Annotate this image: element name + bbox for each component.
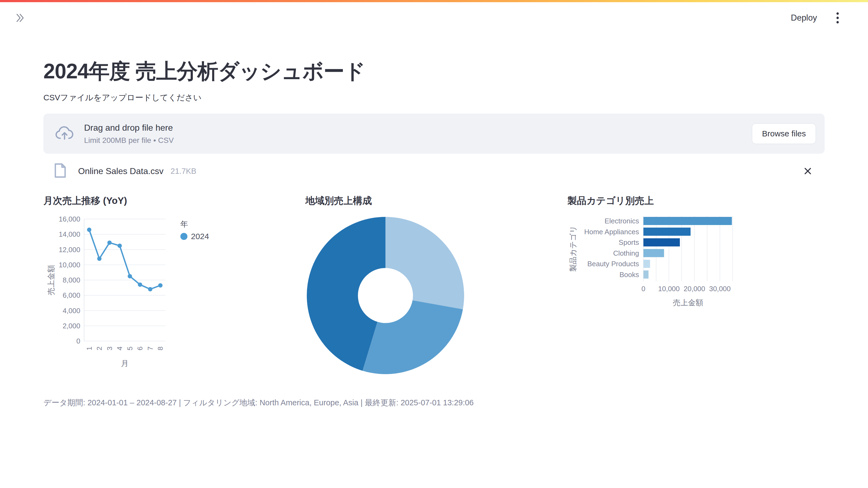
- line-chart-title: 月次売上推移 (YoY): [43, 194, 292, 207]
- x-axis-title: 売上金額: [673, 298, 703, 307]
- uploaded-file-size: 21.7KB: [170, 167, 196, 176]
- y-tick-label: 16,000: [59, 215, 80, 223]
- category-label: Sports: [619, 238, 639, 247]
- file-document-icon: [54, 163, 66, 179]
- legend-title: 年: [180, 220, 188, 228]
- close-icon: [803, 166, 812, 176]
- category-label: Clothing: [613, 249, 639, 257]
- double-chevron-right-icon: [14, 12, 26, 25]
- x-tick-label: 5: [126, 347, 134, 350]
- donut-chart-title: 地域別売上構成: [305, 194, 554, 207]
- x-tick-label: 1: [85, 347, 93, 350]
- bar-chart-title: 製品カテゴリ別売上: [567, 194, 816, 207]
- y-tick-label: 0: [76, 337, 80, 345]
- category-label: Books: [620, 270, 639, 279]
- y-axis-title: 製品カテゴリ: [569, 226, 577, 272]
- bar[interactable]: [643, 238, 680, 247]
- page-title: 2024年度 売上分析ダッシュボード: [43, 58, 825, 84]
- donut-slice[interactable]: [385, 217, 464, 310]
- dropzone-limit-label: Limit 200MB per file • CSV: [84, 136, 752, 145]
- legend-label: 2024: [191, 232, 209, 241]
- x-tick-label: 4: [116, 347, 124, 350]
- main-menu-button[interactable]: [832, 10, 844, 26]
- app-header: Deploy: [0, 2, 868, 32]
- y-tick-label: 4,000: [63, 306, 80, 315]
- bar[interactable]: [643, 217, 732, 225]
- dropzone-label: Drag and drop file here: [84, 123, 752, 133]
- x-tick-label: 7: [146, 347, 154, 350]
- y-tick-label: 8,000: [63, 276, 80, 284]
- bar[interactable]: [643, 260, 650, 268]
- kebab-icon: [836, 11, 839, 24]
- x-tick-label: 2: [95, 347, 103, 350]
- category-label: Home Appliances: [584, 228, 639, 236]
- x-tick-label: 8: [156, 347, 164, 350]
- region-sales-donut-chart[interactable]: [305, 214, 554, 380]
- remove-file-button[interactable]: [800, 163, 816, 179]
- line-chart-panel: 月次売上推移 (YoY) 02,0004,0006,0008,00010,000…: [43, 194, 292, 391]
- uploaded-file-name: Online Sales Data.csv: [78, 166, 163, 176]
- deploy-button[interactable]: Deploy: [791, 13, 817, 23]
- y-tick-label: 2,000: [63, 322, 80, 330]
- legend-swatch: [180, 233, 187, 240]
- y-tick-label: 12,000: [59, 246, 80, 254]
- x-tick-label: 20,000: [684, 285, 705, 293]
- y-tick-label: 14,000: [59, 230, 80, 238]
- decoration-bar: [0, 0, 868, 2]
- data-caption: データ期間: 2024-01-01 – 2024-08-27 | フィルタリング…: [43, 397, 825, 408]
- sidebar-expand-button[interactable]: [12, 11, 28, 26]
- uploaded-file-row: Online Sales Data.csv 21.7KB: [43, 159, 825, 184]
- cloud-upload-icon: [55, 125, 75, 142]
- x-tick-label: 0: [642, 285, 645, 293]
- x-axis-title: 月: [121, 359, 129, 368]
- charts-row: 月次売上推移 (YoY) 02,0004,0006,0008,00010,000…: [43, 194, 825, 391]
- main-content: 2024年度 売上分析ダッシュボード CSVファイルをアップロードしてください …: [43, 32, 825, 408]
- bar[interactable]: [643, 249, 664, 257]
- browse-files-button[interactable]: Browse files: [752, 123, 816, 144]
- category-sales-bar-chart[interactable]: 製品カテゴリElectronicsHome AppliancesSportsCl…: [567, 214, 816, 315]
- x-tick-label: 6: [136, 347, 144, 350]
- monthly-sales-line-chart[interactable]: 02,0004,0006,0008,00010,00012,00014,0001…: [43, 214, 292, 391]
- file-dropzone[interactable]: Drag and drop file here Limit 200MB per …: [43, 113, 825, 154]
- donut-slice[interactable]: [363, 300, 463, 374]
- y-axis-title: 売上金額: [47, 265, 55, 295]
- y-tick-label: 6,000: [63, 291, 80, 300]
- bar[interactable]: [643, 228, 691, 236]
- category-label: Beauty Products: [587, 260, 639, 268]
- x-tick-label: 3: [105, 347, 114, 350]
- category-label: Electronics: [604, 217, 639, 225]
- bar-chart-panel: 製品カテゴリ別売上 製品カテゴリElectronicsHome Applianc…: [567, 194, 816, 391]
- x-tick-label: 30,000: [709, 285, 731, 293]
- donut-chart-panel: 地域別売上構成: [305, 194, 554, 391]
- y-tick-label: 10,000: [59, 261, 80, 269]
- x-tick-label: 10,000: [658, 285, 680, 293]
- bar[interactable]: [643, 270, 649, 279]
- upload-instruction: CSVファイルをアップロードしてください: [43, 92, 825, 103]
